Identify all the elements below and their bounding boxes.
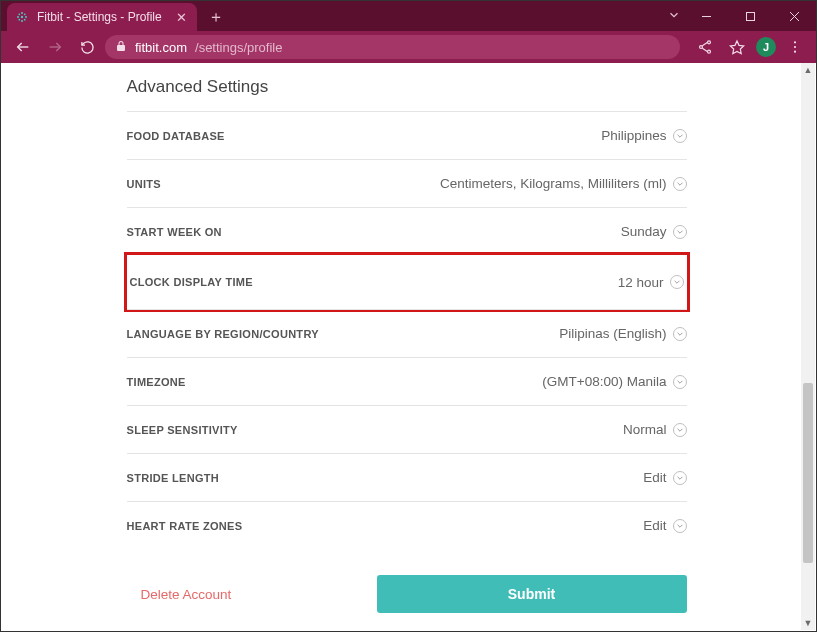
settings-content: Advanced Settings FOOD DATABASE Philippi… <box>127 63 687 630</box>
page-viewport: ▲ ▼ Advanced Settings FOOD DATABASE Phil… <box>2 63 815 630</box>
highlight-clock-display-time: CLOCK DISPLAY TIME 12 hour <box>124 252 690 312</box>
svg-marker-18 <box>730 41 743 54</box>
svg-point-5 <box>18 13 20 15</box>
row-label: HEART RATE ZONES <box>127 520 243 532</box>
share-icon[interactable] <box>692 34 718 60</box>
chevron-down-icon <box>673 225 687 239</box>
chevron-down-icon <box>673 423 687 437</box>
row-timezone: TIMEZONE (GMT+08:00) Manila <box>127 357 687 405</box>
chevron-down-icon <box>673 519 687 533</box>
row-value-units[interactable]: Centimeters, Kilograms, Milliliters (ml) <box>440 176 687 191</box>
row-label: STRIDE LENGTH <box>127 472 220 484</box>
browser-tab[interactable]: Fitbit - Settings - Profile ✕ <box>7 3 197 31</box>
chevron-down-icon <box>673 177 687 191</box>
svg-rect-10 <box>746 12 754 20</box>
url-host: fitbit.com <box>135 40 187 55</box>
new-tab-button[interactable]: ＋ <box>203 4 229 30</box>
row-clock-display-time: CLOCK DISPLAY TIME 12 hour <box>127 255 687 309</box>
scroll-up-icon[interactable]: ▲ <box>801 63 815 77</box>
window-minimize-icon[interactable] <box>684 1 728 31</box>
svg-point-8 <box>24 19 26 21</box>
svg-point-7 <box>18 19 20 21</box>
url-path: /settings/profile <box>195 40 282 55</box>
scrollbar[interactable]: ▲ ▼ <box>801 63 815 630</box>
row-label: TIMEZONE <box>127 376 186 388</box>
row-food-database: FOOD DATABASE Philippines <box>127 111 687 159</box>
nav-forward-icon[interactable] <box>41 33 69 61</box>
browser-toolbar: fitbit.com/settings/profile J <box>1 31 816 63</box>
svg-point-17 <box>708 50 711 53</box>
tab-close-icon[interactable]: ✕ <box>176 10 187 25</box>
chevron-down-icon <box>673 375 687 389</box>
row-value-food-database[interactable]: Philippines <box>601 128 686 143</box>
bookmark-star-icon[interactable] <box>724 34 750 60</box>
svg-point-16 <box>708 41 711 44</box>
row-start-week-on: START WEEK ON Sunday <box>127 207 687 255</box>
row-units: UNITS Centimeters, Kilograms, Milliliter… <box>127 159 687 207</box>
chevron-down-icon <box>670 275 684 289</box>
tabs-dropdown-icon[interactable] <box>667 8 681 26</box>
delete-account-link[interactable]: Delete Account <box>127 587 232 602</box>
chevron-down-icon <box>673 471 687 485</box>
row-value-language[interactable]: Pilipinas (English) <box>559 326 686 341</box>
kebab-menu-icon[interactable] <box>782 34 808 60</box>
nav-reload-icon[interactable] <box>73 33 101 61</box>
row-value-sleep-sensitivity[interactable]: Normal <box>623 422 687 437</box>
row-label: FOOD DATABASE <box>127 130 225 142</box>
row-value-stride-length[interactable]: Edit <box>643 470 686 485</box>
row-label: CLOCK DISPLAY TIME <box>130 276 253 288</box>
svg-point-2 <box>21 20 23 22</box>
lock-icon <box>115 40 127 55</box>
profile-avatar[interactable]: J <box>756 37 776 57</box>
svg-point-19 <box>794 41 796 43</box>
chevron-down-icon <box>673 327 687 341</box>
row-value-heart-rate-zones[interactable]: Edit <box>643 518 686 533</box>
row-value-start-week-on[interactable]: Sunday <box>621 224 687 239</box>
svg-point-21 <box>794 51 796 53</box>
window-maximize-icon[interactable] <box>728 1 772 31</box>
svg-point-6 <box>24 13 26 15</box>
address-bar[interactable]: fitbit.com/settings/profile <box>105 35 680 59</box>
row-language: LANGUAGE BY REGION/COUNTRY Pilipinas (En… <box>127 309 687 357</box>
row-label: LANGUAGE BY REGION/COUNTRY <box>127 328 319 340</box>
row-value-timezone[interactable]: (GMT+08:00) Manila <box>542 374 686 389</box>
section-title: Advanced Settings <box>127 77 687 97</box>
fitbit-favicon <box>15 10 29 24</box>
row-heart-rate-zones: HEART RATE ZONES Edit <box>127 501 687 549</box>
row-stride-length: STRIDE LENGTH Edit <box>127 453 687 501</box>
browser-titlebar: Fitbit - Settings - Profile ✕ ＋ <box>1 1 816 31</box>
svg-point-4 <box>25 16 27 18</box>
row-value-clock-display-time[interactable]: 12 hour <box>618 275 684 290</box>
window-close-icon[interactable] <box>772 1 816 31</box>
scrollbar-thumb[interactable] <box>803 383 813 563</box>
svg-point-1 <box>21 16 23 18</box>
svg-point-20 <box>794 46 796 48</box>
window-controls <box>684 1 816 31</box>
svg-point-0 <box>21 12 23 14</box>
scroll-down-icon[interactable]: ▼ <box>801 616 815 630</box>
nav-back-icon[interactable] <box>9 33 37 61</box>
row-label: UNITS <box>127 178 162 190</box>
svg-point-15 <box>700 46 703 49</box>
form-actions: Delete Account Submit <box>127 575 687 613</box>
row-sleep-sensitivity: SLEEP SENSITIVITY Normal <box>127 405 687 453</box>
row-label: START WEEK ON <box>127 226 222 238</box>
row-label: SLEEP SENSITIVITY <box>127 424 238 436</box>
svg-point-3 <box>17 16 19 18</box>
tab-title: Fitbit - Settings - Profile <box>37 10 168 24</box>
chevron-down-icon <box>673 129 687 143</box>
submit-button[interactable]: Submit <box>377 575 687 613</box>
